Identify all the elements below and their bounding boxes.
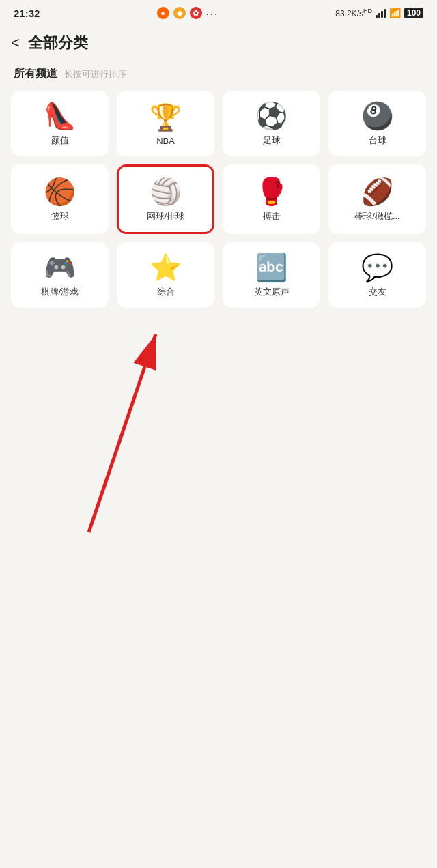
app-icon-3: ✿	[190, 7, 202, 19]
grid-item-bangqiu[interactable]: 🏈棒球/橄榄...	[328, 164, 426, 234]
wifi-icon: 📶	[389, 8, 401, 18]
battery-icon: 100	[404, 8, 423, 18]
category-grid: 👠颜值🏆NBA⚽足球🎱台球🏀篮球🏐网球/排球🥊搏击🏈棒球/橄榄...🎮棋牌/游戏…	[0, 91, 437, 308]
app-icon-2: ◆	[173, 7, 186, 19]
grid-item-boaji[interactable]: 🥊搏击	[223, 164, 320, 234]
grid-item-nba[interactable]: 🏆NBA	[117, 91, 214, 156]
status-time: 21:32	[14, 8, 40, 19]
category-icon-qipai: 🎮	[44, 255, 76, 280]
category-icon-nba: 🏆	[150, 104, 182, 130]
category-icon-jiaoyou: 💬	[361, 255, 393, 280]
category-icon-wangqiu: 🏐	[150, 179, 182, 205]
grid-item-yingwen[interactable]: 🔤英文原声	[223, 242, 320, 308]
signal-icon	[376, 8, 386, 18]
back-button[interactable]: <	[11, 34, 20, 52]
category-label-taqiu: 台球	[334, 134, 421, 147]
section-header: 所有频道 长按可进行排序	[0, 63, 437, 91]
grid-item-yanzhi[interactable]: 👠颜值	[11, 91, 109, 156]
grid-item-zuqiu[interactable]: ⚽足球	[223, 91, 320, 156]
section-title: 所有频道	[14, 67, 57, 81]
category-icon-taqiu: 🎱	[361, 103, 393, 129]
grid-item-taqiu[interactable]: 🎱台球	[328, 91, 426, 156]
category-icon-yanzhi: 👠	[44, 103, 76, 129]
app-icon-1: ●	[157, 7, 169, 19]
category-label-zuqiu: 足球	[228, 134, 315, 147]
status-more: ···	[206, 8, 219, 19]
category-icon-zonghe: ⭐	[150, 255, 182, 280]
category-label-yanzhi: 颜值	[16, 134, 103, 147]
page-title: 全部分类	[28, 33, 88, 53]
category-label-qipai: 棋牌/游戏	[16, 286, 103, 298]
category-label-zonghe: 综合	[122, 286, 209, 298]
grid-item-zonghe[interactable]: ⭐综合	[117, 242, 214, 308]
network-speed: 83.2K/sHD	[335, 8, 372, 18]
category-label-yingwen: 英文原声	[228, 286, 315, 298]
category-label-nba: NBA	[122, 136, 209, 146]
category-icon-lanqiu: 🏀	[44, 179, 76, 205]
status-app-icons: ● ◆ ✿ ···	[157, 7, 219, 19]
grid-item-lanqiu[interactable]: 🏀篮球	[11, 164, 109, 234]
category-icon-zuqiu: ⚽	[255, 103, 287, 129]
page-header: < 全部分类	[0, 23, 437, 63]
category-icon-yingwen: 🔤	[255, 255, 287, 280]
category-label-jiaoyou: 交友	[334, 286, 421, 298]
status-bar: 21:32 ● ◆ ✿ ··· 83.2K/sHD 📶 100	[0, 0, 437, 23]
svg-line-1	[89, 334, 156, 532]
category-icon-bangqiu: 🏈	[361, 179, 393, 205]
grid-item-jiaoyou[interactable]: 💬交友	[328, 242, 426, 308]
category-label-wangqiu: 网球/排球	[124, 210, 207, 222]
grid-item-qipai[interactable]: 🎮棋牌/游戏	[11, 242, 109, 308]
category-label-lanqiu: 篮球	[16, 210, 103, 222]
category-icon-boaji: 🥊	[255, 179, 287, 205]
category-label-boaji: 搏击	[228, 210, 315, 222]
section-hint: 长按可进行排序	[64, 68, 126, 81]
category-label-bangqiu: 棒球/橄榄...	[334, 210, 421, 222]
status-right: 83.2K/sHD 📶 100	[335, 8, 423, 18]
grid-item-wangqiu[interactable]: 🏐网球/排球	[117, 164, 214, 234]
